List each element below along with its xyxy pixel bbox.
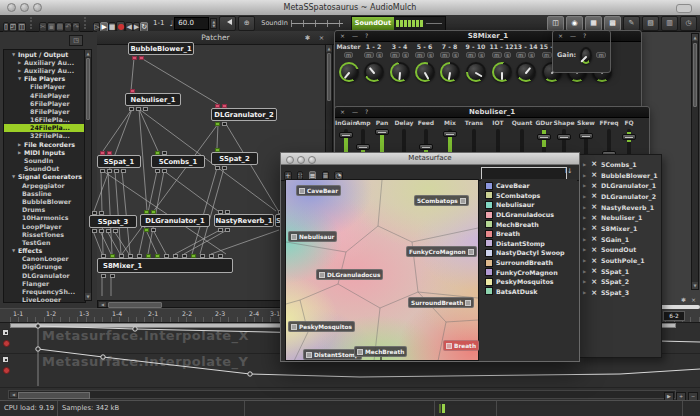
tree-item[interactable]: ▶ Auxiliary Au...	[4, 66, 85, 74]
channel-gain-knob[interactable]	[440, 62, 460, 82]
window-toggle-button[interactable]: ◷	[680, 16, 697, 31]
solo-button[interactable]: s	[376, 52, 384, 58]
solo-button[interactable]: s	[528, 52, 536, 58]
scroll-left-icon[interactable]: ◀	[99, 302, 106, 307]
expand-triangle-icon[interactable]: ▶	[583, 269, 588, 274]
tree-item[interactable]: Bassline	[4, 189, 85, 197]
window-toggle-button[interactable]: ▥	[661, 16, 678, 31]
lane-x-enable-checkbox[interactable]	[2, 329, 9, 336]
lane-x-record-icon[interactable]	[3, 340, 10, 347]
edit-toolbar-button[interactable]: ▤	[56, 22, 65, 32]
slider-handle[interactable]	[419, 144, 433, 150]
tree-item[interactable]: FrequencySh...	[4, 287, 85, 295]
delete-icon[interactable]: ×	[591, 192, 598, 200]
node-port[interactable]	[218, 228, 223, 232]
tree-item[interactable]: ▶ MIDI Inputs	[4, 148, 85, 156]
gain-window-header[interactable]: × — ?	[553, 31, 610, 42]
channel-gain-knob[interactable]	[466, 62, 486, 82]
snapshot-row[interactable]: DistantStomp	[481, 239, 577, 249]
tree-item[interactable]: 24FilePla...	[4, 124, 85, 132]
node-port[interactable]	[164, 254, 169, 258]
lane-y-enable-checkbox[interactable]	[2, 356, 9, 363]
patcher-node[interactable]: SSpat_2	[211, 152, 258, 165]
delete-icon[interactable]: ×	[591, 246, 598, 254]
tempo-stepper[interactable]: ▲▼	[210, 18, 217, 29]
close-icon[interactable]: ×	[691, 296, 696, 303]
scroll-up-icon[interactable]: ▲	[85, 50, 91, 57]
node-port[interactable]	[137, 254, 142, 258]
sidebar-pin-icon[interactable]: ◳	[69, 35, 83, 46]
mute-button[interactable]: m	[466, 52, 476, 58]
delete-icon[interactable]: ×	[591, 224, 598, 232]
edit-toolbar-button[interactable]: ↶	[64, 22, 72, 32]
scroll-up-icon[interactable]: ▲	[326, 45, 332, 52]
channel-gain-knob[interactable]	[492, 62, 512, 82]
expand-triangle-icon[interactable]: ▶	[583, 290, 588, 295]
tree-item[interactable]: 16FilePla...	[4, 116, 85, 124]
network-button[interactable]: ⊕	[238, 16, 255, 31]
channel-gain-knob[interactable]	[415, 62, 435, 82]
slider-handle[interactable]	[579, 133, 593, 139]
help-icon[interactable]: ?	[583, 31, 586, 41]
node-port[interactable]	[144, 228, 149, 232]
node-port[interactable]	[132, 56, 137, 60]
window-toggle-button[interactable]: ◉	[566, 16, 583, 31]
contraption-row[interactable]: ▶ × SouthPole_1	[579, 255, 661, 266]
tree-item[interactable]: 8FilePlayer	[4, 107, 85, 115]
transport-button[interactable]: ↻	[140, 22, 148, 32]
delete-icon[interactable]: ×	[591, 235, 598, 243]
snapshot-anchor-icon[interactable]	[291, 234, 297, 240]
slider-handle[interactable]	[339, 132, 353, 138]
tree-item[interactable]: ▼ File Players	[4, 75, 85, 83]
node-port[interactable]	[100, 151, 105, 155]
patcher-node[interactable]: DLGranulator_1	[140, 214, 210, 227]
node-port[interactable]	[101, 274, 106, 278]
scrollbar-thumb[interactable]	[693, 43, 697, 107]
contraption-row[interactable]: ▶ × NastyReverb_1	[579, 202, 661, 213]
tree-item[interactable]: ▼ Signal Generators	[4, 173, 85, 181]
mute-button[interactable]: m	[344, 52, 354, 58]
timeline-position-bar[interactable]	[660, 305, 700, 309]
snapshot-badge[interactable]: DLGranuladocus	[316, 269, 383, 280]
node-port[interactable]	[225, 228, 230, 232]
delete-icon[interactable]: ×	[591, 171, 598, 179]
node-port[interactable]	[136, 107, 141, 111]
contraption-row[interactable]: ▶ × DLGranulator_2	[579, 191, 661, 202]
snapshot-badge[interactable]: SurroundBreath	[408, 297, 474, 308]
delete-icon[interactable]: ×	[591, 214, 598, 222]
channel-gain-knob[interactable]	[339, 62, 359, 82]
node-port[interactable]	[215, 122, 220, 126]
tree-item[interactable]: RissetTones	[4, 230, 85, 238]
nebuliser-window-header[interactable]: × — ? Nebuliser_1	[335, 107, 649, 118]
expand-triangle-icon[interactable]: ▶	[583, 173, 588, 178]
tree-item[interactable]: 4FilePlayer	[4, 91, 85, 99]
node-port[interactable]	[209, 254, 214, 258]
node-port[interactable]	[215, 148, 220, 152]
patcher-node[interactable]: BubbleBlower_1	[128, 42, 194, 55]
node-port[interactable]	[92, 229, 97, 233]
snapshot-anchor-icon[interactable]	[306, 352, 312, 358]
expand-triangle-icon[interactable]: ▶	[583, 194, 588, 199]
window-toggle-button[interactable]: ▧	[642, 16, 659, 31]
patcher-node[interactable]: DLGranulator_2	[211, 108, 277, 121]
snapshot-badge[interactable]: CaveBear	[296, 185, 341, 196]
node-port[interactable]	[146, 254, 151, 258]
patcher-node[interactable]: Nebuliser_1	[125, 93, 181, 106]
timeline-hscrollbar[interactable]: ◀	[8, 390, 676, 399]
snapshot-anchor-icon[interactable]	[446, 343, 452, 349]
expand-triangle-icon[interactable]: ▶	[583, 162, 588, 167]
solo-button[interactable]: s	[478, 52, 486, 58]
node-port[interactable]	[143, 107, 148, 111]
tree-item[interactable]: Flanger	[4, 279, 85, 287]
snapshot-badge[interactable]: Breath	[443, 340, 479, 351]
expand-triangle-icon[interactable]: ▶	[583, 237, 588, 242]
solo-button[interactable]: s	[402, 52, 410, 58]
sort-icon[interactable]: I↓	[565, 167, 572, 175]
snapshot-anchor-icon[interactable]	[460, 198, 466, 204]
tree-item[interactable]: SoundIn	[4, 156, 85, 164]
mute-button[interactable]: m	[415, 52, 425, 58]
close-icon[interactable]: ×	[317, 34, 326, 42]
node-port[interactable]	[155, 254, 160, 258]
node-port[interactable]	[151, 210, 156, 214]
tree-item[interactable]: ▶ Auxiliary Au...	[4, 58, 85, 66]
